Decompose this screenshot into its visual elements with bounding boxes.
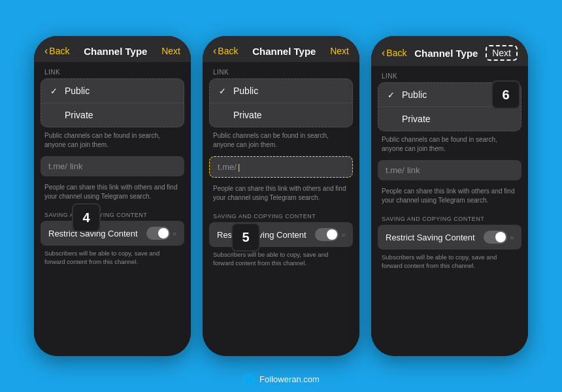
restrict-saving-toggle[interactable]: [484, 231, 507, 244]
back-label: Back: [218, 46, 238, 56]
dropdown-option-label: Public: [65, 86, 90, 96]
back-button[interactable]: ‹ Back: [44, 45, 69, 57]
link-input[interactable]: t.me/ link: [386, 165, 514, 175]
link-input-container[interactable]: t.me/ |: [209, 156, 353, 178]
phone-screen: ‹ Back Channel Type Next LINK ✓ Public: [34, 36, 191, 356]
dropdown-item[interactable]: ✓ Public: [41, 79, 184, 103]
phone-screen: ‹ Back Channel Type Next LINK ✓ Public: [203, 36, 359, 356]
phone-5: ‹ Back Channel Type Next LINK ✓ Public: [203, 36, 359, 356]
back-button[interactable]: ‹ Back: [382, 47, 406, 59]
nav-bar: ‹ Back Channel Type Next: [34, 36, 191, 62]
link-input-container[interactable]: t.me/ link: [41, 156, 184, 176]
toggle-knob: [158, 228, 169, 238]
link-description: People can share this link with others a…: [203, 180, 359, 206]
toggle-knob: [495, 232, 506, 242]
link-input[interactable]: t.me/ |: [218, 162, 344, 172]
saving-label: Restrict Saving Content: [217, 230, 306, 240]
nav-title: Channel Type: [84, 46, 147, 57]
saving-section-label: SAVING AND COPYING CONTENT: [203, 206, 359, 222]
dropdown-option-label: Private: [233, 110, 262, 120]
dropdown-item[interactable]: Private: [210, 103, 352, 127]
link-prefix: t.me/: [218, 162, 237, 172]
phones-container: ‹ Back Channel Type Next LINK ✓ Public: [34, 36, 528, 356]
channel-type-dropdown[interactable]: ✓ Public Private: [209, 78, 353, 127]
dropdown-option-label: Public: [233, 86, 258, 96]
link-value: link: [70, 161, 83, 171]
channel-type-description: Public channels can be found in search, …: [371, 131, 528, 157]
dropdown-option-label: Private: [402, 114, 431, 124]
link-description: People can share this link with others a…: [371, 183, 528, 209]
footer-brand: Followeran.com: [259, 374, 320, 384]
step-badge-4: 4: [72, 203, 101, 232]
channel-type-dropdown[interactable]: ✓ Public Private: [41, 78, 184, 127]
check-icon: ✓: [388, 90, 397, 100]
restrict-saving-toggle[interactable]: [315, 228, 339, 241]
dropdown-item[interactable]: Private: [378, 107, 521, 131]
step-badge-6: 6: [491, 80, 520, 109]
saving-description: Subscribers will be able to copy, save a…: [203, 247, 359, 271]
nav-title: Channel Type: [414, 48, 478, 59]
nav-title: Channel Type: [252, 46, 316, 57]
chevron-left-icon: ‹: [213, 45, 216, 57]
step-badge-5: 5: [231, 223, 260, 252]
saving-section-label: SAVING AND COPYING CONTENT: [34, 205, 191, 221]
saving-row: Restrict Saving Content ○: [209, 222, 353, 247]
chevron-left-icon: ‹: [44, 45, 48, 57]
link-section-label: LINK: [203, 62, 359, 78]
phone-4: ‹ Back Channel Type Next LINK ✓ Public: [34, 36, 191, 356]
toggle-knob: [327, 229, 337, 240]
saving-label: Restrict Saving Content: [386, 233, 475, 242]
next-button[interactable]: Next: [330, 46, 349, 56]
link-prefix: t.me/: [48, 161, 67, 171]
back-label: Back: [49, 46, 69, 56]
back-label: Back: [386, 48, 406, 58]
channel-type-description: Public channels can be found in search, …: [203, 127, 359, 154]
saving-section-label: SAVING AND COPYING CONTENT: [371, 209, 528, 225]
link-value: link: [407, 165, 420, 175]
saving-row: Restrict Saving Content ○: [378, 225, 521, 250]
toggle-off-label: ○: [173, 230, 176, 237]
dropdown-item[interactable]: ✓ Public: [210, 79, 352, 103]
dropdown-item[interactable]: Private: [41, 103, 184, 127]
next-button[interactable]: Next: [161, 46, 180, 56]
dropdown-option-label: Public: [402, 90, 427, 100]
next-button[interactable]: Next: [486, 45, 518, 61]
check-icon: ✓: [219, 86, 228, 96]
back-button[interactable]: ‹ Back: [213, 45, 238, 57]
nav-bar: ‹ Back Channel Type Next: [203, 36, 359, 62]
check-icon: ✓: [50, 86, 59, 96]
link-section-label: LINK: [34, 62, 191, 78]
toggle-off-label: ○: [341, 231, 345, 238]
link-prefix: t.me/: [386, 165, 405, 175]
nav-bar: ‹ Back Channel Type Next: [371, 36, 528, 66]
dropdown-option-label: Private: [65, 110, 93, 120]
channel-type-description: Public channels can be found in search, …: [34, 127, 191, 154]
saving-description: Subscribers will be able to copy, save a…: [371, 250, 528, 274]
link-description: People can share this link with others a…: [34, 179, 191, 205]
chevron-left-icon: ‹: [382, 47, 385, 59]
saving-description: Subscribers will be able to copy, save a…: [34, 246, 191, 270]
link-input-container[interactable]: t.me/ link: [378, 160, 521, 180]
restrict-saving-toggle[interactable]: [146, 227, 170, 240]
link-cursor: |: [238, 162, 240, 172]
toggle-off-label: ○: [510, 234, 514, 241]
saving-row: Restrict Saving Content ○: [41, 221, 184, 246]
globe-icon: 🌐: [242, 373, 256, 385]
phone-6: ‹ Back Channel Type Next LINK ✓ Public: [371, 36, 528, 356]
link-input[interactable]: t.me/ link: [48, 161, 176, 171]
